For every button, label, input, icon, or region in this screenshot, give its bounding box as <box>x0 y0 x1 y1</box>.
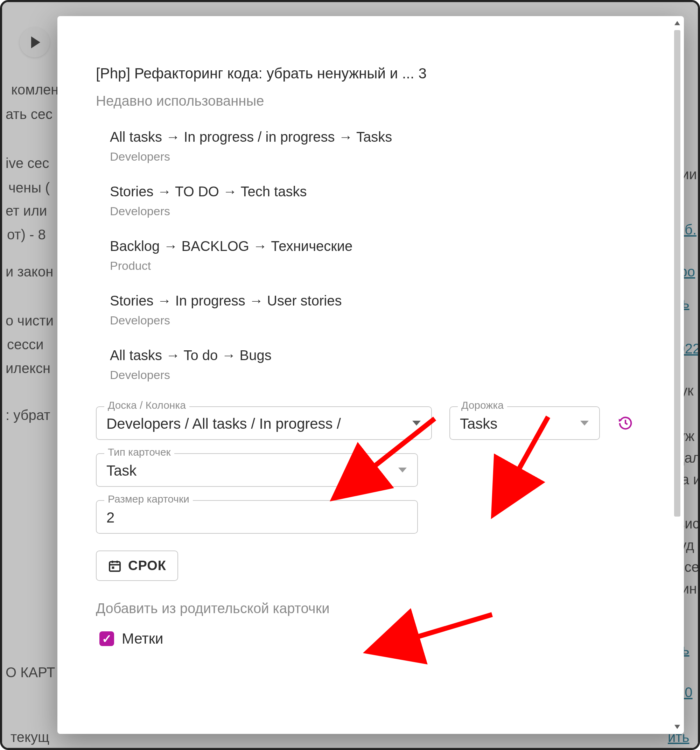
deadline-button[interactable]: СРОК <box>96 550 178 581</box>
parent-section-label: Добавить из родительской карточки <box>96 601 645 616</box>
field-value: Tasks <box>460 415 589 432</box>
recent-location-item[interactable]: All tasks → In progress / in progress → … <box>96 129 645 163</box>
recent-path: Stories → In progress → User stories <box>110 293 645 309</box>
svg-rect-4 <box>112 566 114 569</box>
chevron-down-icon <box>580 421 589 426</box>
checkbox-checked-icon[interactable]: ✓ <box>99 632 114 646</box>
board-lane-row: Доска / Колонка Developers / All tasks /… <box>96 406 645 440</box>
recent-path: All tasks → To do → Bugs <box>110 347 645 363</box>
field-value: Task <box>106 462 408 479</box>
board-column-select[interactable]: Доска / Колонка Developers / All tasks /… <box>96 406 432 440</box>
check-icon: ✓ <box>102 632 112 646</box>
field-label: Тип карточек <box>104 446 174 458</box>
lane-select[interactable]: Дорожка Tasks <box>449 406 600 440</box>
modal-scrollbar[interactable] <box>674 19 681 731</box>
recent-location-item[interactable]: Backlog → BACKLOG → Технические Product <box>96 238 645 273</box>
svg-rect-0 <box>109 562 120 571</box>
card-type-select[interactable]: Тип карточек Task <box>96 453 418 487</box>
recent-section-label: Недавно использованные <box>96 93 645 109</box>
history-icon[interactable] <box>617 415 634 431</box>
calendar-icon <box>108 559 122 573</box>
recent-path: All tasks → In progress / in progress → … <box>110 129 645 145</box>
scroll-down-icon[interactable] <box>674 725 680 729</box>
card-size-input[interactable]: Размер карточки 2 <box>96 500 418 534</box>
recent-project: Developers <box>110 314 645 327</box>
recent-location-item[interactable]: Stories → TO DO → Tech tasks Developers <box>96 184 645 218</box>
field-label: Размер карточки <box>104 493 193 505</box>
scroll-up-icon[interactable] <box>674 21 680 25</box>
app-frame: комлен ать сес ive сес чены ( ет или от)… <box>0 0 700 750</box>
recent-location-item[interactable]: Stories → In progress → User stories Dev… <box>96 293 645 327</box>
chevron-down-icon <box>398 467 407 472</box>
checkbox-label: Метки <box>122 630 163 647</box>
field-value: 2 <box>106 509 408 526</box>
field-label: Доска / Колонка <box>104 399 189 411</box>
scroll-thumb[interactable] <box>674 30 680 516</box>
recent-path: Backlog → BACKLOG → Технические <box>110 238 645 254</box>
create-child-card-modal: [Php] Рефакторинг кода: убрать ненужный … <box>57 16 684 734</box>
field-value: Developers / All tasks / In progress / <box>106 415 422 432</box>
modal-body: [Php] Рефакторинг кода: убрать ненужный … <box>57 16 684 734</box>
recent-project: Product <box>110 259 645 273</box>
recent-project: Developers <box>110 204 645 218</box>
chevron-down-icon <box>412 421 421 426</box>
field-label: Дорожка <box>458 399 507 411</box>
recent-project: Developers <box>110 150 645 163</box>
deadline-label: СРОК <box>128 558 166 573</box>
inherit-labels-row[interactable]: ✓ Метки <box>96 630 645 647</box>
recent-path: Stories → TO DO → Tech tasks <box>110 184 645 200</box>
recent-project: Developers <box>110 368 645 382</box>
card-title-input[interactable]: [Php] Рефакторинг кода: убрать ненужный … <box>96 65 645 82</box>
recent-location-item[interactable]: All tasks → To do → Bugs Developers <box>96 347 645 382</box>
